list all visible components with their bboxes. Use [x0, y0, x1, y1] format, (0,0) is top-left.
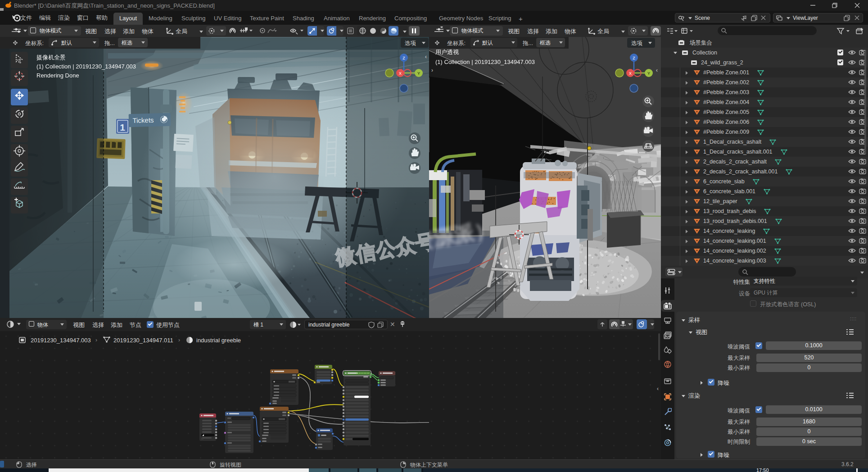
svg-text:‹: ‹ [425, 54, 427, 60]
svg-text:Z: Z [633, 56, 635, 60]
svg-text:Y: Y [417, 71, 420, 76]
svg-text:Rendering Done: Rendering Done [36, 72, 79, 79]
svg-text:›: › [431, 67, 433, 73]
svg-text:用户透视: 用户透视 [435, 49, 459, 55]
svg-text:‹: ‹ [656, 67, 658, 73]
svg-text:(1) Collection | 20191230_1349: (1) Collection | 20191230_134947.003 [435, 59, 535, 65]
svg-text:Tickets: Tickets [132, 116, 154, 124]
svg-text:X: X [629, 71, 632, 76]
svg-text:Y: Y [647, 71, 650, 76]
svg-text:1: 1 [120, 122, 125, 132]
svg-text:Z: Z [402, 56, 405, 60]
svg-text:(1) Collection | 20191230_1349: (1) Collection | 20191230_134947.003 [36, 63, 136, 70]
svg-text:摄像机全景: 摄像机全景 [36, 54, 66, 61]
svg-text:X: X [399, 71, 402, 76]
